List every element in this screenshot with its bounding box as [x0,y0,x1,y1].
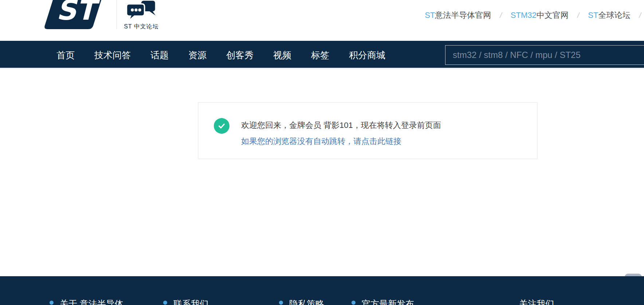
footer-label: 隐私策略 [289,298,324,305]
link-label: 全球论坛 [598,11,630,20]
bullet-icon [352,301,356,305]
forum-brand[interactable]: ST 中文论坛 [123,1,160,31]
link-prefix: ST [425,11,435,20]
forum-brand-label: ST 中文论坛 [123,23,160,31]
footer-follow-us: 关注我们 [519,298,554,305]
search-input[interactable] [445,45,644,65]
footer-col-about[interactable]: 关于 意法半导体 [50,298,123,305]
success-check-icon [214,118,229,134]
link-st-global-forum[interactable]: ST全球论坛 [588,10,630,21]
redirect-link[interactable]: 如果您的浏览器没有自动跳转，请点击此链接 [241,136,401,147]
nav-item-tags[interactable]: 标签 [311,41,329,69]
link-stm32-chinese-site[interactable]: STM32中文官网 [511,10,569,21]
separator: / [500,11,502,20]
nav-item-video[interactable]: 视频 [273,41,291,69]
nav-items: 首页 技术问答 话题 资源 创客秀 视频 标签 积分商城 [56,41,385,69]
nav-item-maker-show[interactable]: 创客秀 [226,41,254,69]
link-label: 中文官网 [537,11,569,20]
link-st-official-site[interactable]: ST意法半导体官网 [425,10,491,21]
separator: / [639,11,641,20]
main-navbar: 首页 技术问答 话题 资源 创客秀 视频 标签 积分商城 [0,41,644,69]
svg-text:ST: ST [56,0,101,26]
site-header: ST ST 中文论坛 ST意法半导体官网 / STM32中文官网 / ST全球论… [0,0,644,41]
nav-item-points-mall[interactable]: 积分商城 [349,41,385,69]
nav-item-qa[interactable]: 技术问答 [94,41,131,69]
welcome-message: 欢迎您回来，金牌会员 背影101，现在将转入登录前页面 [241,120,441,131]
logo-divider [117,0,117,29]
footer-col-releases[interactable]: 官方最新发布 [352,298,414,305]
footer-col-contact[interactable]: 联系我们 [163,298,208,305]
link-prefix: STM32 [511,11,537,20]
bullet-icon [50,301,54,305]
nav-item-resources[interactable]: 资源 [188,41,207,69]
bullet-icon [279,301,283,305]
nav-item-home[interactable]: 首页 [56,41,75,69]
link-label: 意法半导体官网 [435,11,491,20]
login-redirect-message-box: 欢迎您回来，金牌会员 背影101，现在将转入登录前页面 如果您的浏览器没有自动跳… [198,102,538,159]
footer-col-privacy[interactable]: 隐私策略 [279,298,324,305]
footer-label: 联系我们 [173,298,208,305]
st-logo[interactable]: ST [43,0,106,31]
separator: / [577,11,580,20]
footer-label: 关于 意法半导体 [60,298,123,305]
st-logo-icon: ST [43,0,106,31]
footer-label: 官方最新发布 [362,298,414,305]
bullet-icon [163,301,167,305]
nav-item-topics[interactable]: 话题 [150,41,169,69]
forum-chat-icon [125,1,158,22]
page: ST ST 中文论坛 ST意法半导体官网 / STM32中文官网 / ST全球论… [0,0,644,305]
site-footer: 关于 意法半导体 联系我们 隐私策略 官方最新发布 关注我们 [0,276,644,305]
top-links: ST意法半导体官网 / STM32中文官网 / ST全球论坛 / [425,5,644,26]
link-prefix: ST [588,11,598,20]
